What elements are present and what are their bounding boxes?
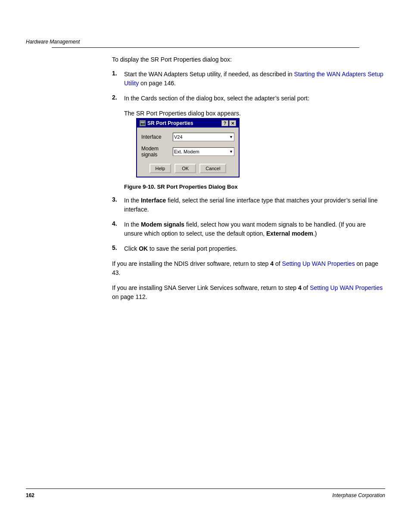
step-5: 5. Click OK to save the serial port prop… [112,244,385,253]
step-3-number: 3. [112,196,124,203]
dialog-controls: ? ✕ [221,120,236,126]
dialog-help-icon[interactable]: ? [221,120,228,126]
main-content: To display the SR Port Properties dialog… [26,56,385,485]
step-4-number: 4. [112,220,124,227]
figure-caption: Figure 9-10. SR Port Properties Dialog B… [124,184,385,190]
modem-value: Ext. Modem [174,149,199,154]
dialog-title-left: 📷 SR Port Properties [140,120,193,126]
dialog-titlebar: 📷 SR Port Properties ? ✕ [137,119,239,128]
modem-select[interactable]: Ext. Modem ▼ [173,147,234,156]
dialog-container: 📷 SR Port Properties ? ✕ Interface [136,118,385,177]
intro-text: To display the SR Port Properties dialog… [112,56,385,63]
sr-port-dialog: 📷 SR Port Properties ? ✕ Interface [136,118,240,177]
para2: If you are installing SNA Server Link Se… [112,283,385,302]
dialog-appears-text: The SR Port Properties dialog box appear… [124,109,385,118]
footer-page-number: 162 [26,492,34,498]
interface-value: V24 [174,134,183,140]
dialog-body: Interface V24 ▼ Modemsignals Ext. Modem [137,128,239,177]
step-4-text: In the Modem signals field, select how y… [124,220,385,238]
step-1: 1. Start the WAN Adapters Setup utility,… [112,70,385,88]
dialog-close-icon[interactable]: ✕ [229,120,236,126]
dialog-interface-row: Interface V24 ▼ [141,133,234,141]
header-rule [52,47,359,48]
step-3: 3. In the Interface field, select the se… [112,196,385,214]
interface-label: Interface [141,134,169,140]
step-5-number: 5. [112,244,124,251]
ok-button[interactable]: OK [174,164,196,173]
para2-link[interactable]: Setting Up WAN Properties [310,284,383,291]
page: Hardware Management 162 Interphase Corpo… [0,0,411,532]
para1-link[interactable]: Setting Up WAN Properties [282,260,355,267]
step-4: 4. In the Modem signals field, select ho… [112,220,385,238]
header-text: Hardware Management [26,39,80,45]
cancel-button[interactable]: Cancel [199,164,226,173]
step-1-link[interactable]: Starting the WAN Adapters Setup Utility [124,71,383,87]
dialog-title-text: SR Port Properties [147,120,193,126]
dialog-buttons: Help OK Cancel [141,162,234,173]
footer-company: Interphase Corporation [332,492,385,498]
step-2-number: 2. [112,94,124,101]
step-2-indent: The SR Port Properties dialog box appear… [124,109,385,177]
step-1-text: Start the WAN Adapters Setup utility, if… [124,70,385,88]
help-button[interactable]: Help [149,164,171,173]
footer-rule [26,488,385,489]
step-2-text: In the Cards section of the dialog box, … [124,94,309,103]
modem-arrow-icon: ▼ [229,149,233,154]
step-5-text: Click OK to save the serial port propert… [124,244,237,253]
dialog-app-icon: 📷 [140,120,146,126]
para1: If you are installing the NDIS driver so… [112,259,385,277]
modem-label: Modemsignals [141,146,169,158]
dialog-modem-row: Modemsignals Ext. Modem ▼ [141,146,234,158]
interface-arrow-icon: ▼ [229,135,233,139]
step-3-text: In the Interface field, select the seria… [124,196,385,214]
steps-container: 1. Start the WAN Adapters Setup utility,… [112,70,385,253]
step-2: 2. In the Cards section of the dialog bo… [112,94,385,103]
step-1-number: 1. [112,70,124,77]
interface-select[interactable]: V24 ▼ [173,133,234,141]
